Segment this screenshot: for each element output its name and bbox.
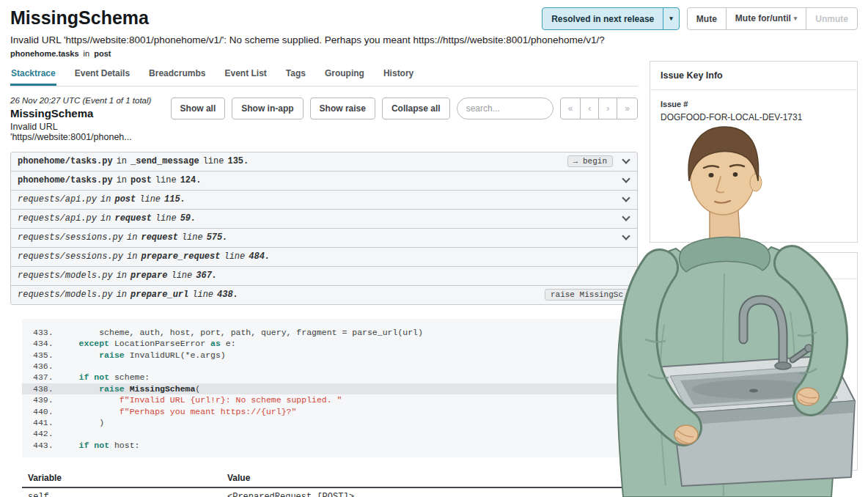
sidebar: Issue Key Info Issue # DOGFOOD-FOR-LOCAL…	[650, 61, 858, 471]
code-line: 443. if not host:	[22, 440, 632, 451]
line-number: 435.	[22, 350, 59, 361]
resolve-dropdown-button[interactable]: ▾	[663, 7, 680, 30]
chevron-down-icon: ▾	[669, 15, 673, 22]
frame-line-label: line	[155, 175, 177, 185]
event-timestamp: 26 Nov 20:27 UTC (Event 1 of 1 total)	[10, 96, 171, 105]
stack-frame[interactable]: requests/models.py in prepare line 367.	[10, 266, 638, 286]
code-token: not	[94, 441, 109, 450]
source-context: 433. scheme, auth, host, port, path, que…	[22, 319, 632, 457]
frame-lineno: 124.	[180, 175, 202, 185]
frame-badge: raise MissingSc	[545, 289, 629, 301]
mute-button-group: Mute Mute for/until▾ Unmute	[687, 7, 858, 30]
code-token: e:	[221, 339, 236, 348]
frame-in-label: in	[127, 251, 137, 262]
frame-function: prepare_url	[130, 290, 188, 300]
line-number: 440.	[22, 406, 59, 417]
tab-event-details[interactable]: Event Details	[74, 62, 130, 86]
resolve-button[interactable]: Resolved in next release	[542, 7, 663, 30]
tab-history[interactable]: History	[383, 62, 414, 86]
variable-name: self	[28, 492, 227, 497]
stack-frame[interactable]: requests/api.py in post line 115.	[10, 190, 638, 210]
tab-grouping[interactable]: Grouping	[324, 62, 365, 86]
code-token: raise	[99, 350, 125, 360]
code-token: f"Perhaps you meant https://{url}?"	[119, 407, 297, 416]
mute-button-label: Mute	[696, 14, 717, 24]
tab-breadcrumbs[interactable]: Breadcrumbs	[148, 62, 206, 86]
code-token	[59, 441, 79, 450]
code-line: 433. scheme, auth, host, port, path, que…	[22, 327, 632, 338]
variable-column-header: Variable	[28, 473, 227, 483]
value-column-header: Value	[227, 473, 250, 483]
show-in-app-button[interactable]: Show in-app	[232, 97, 303, 119]
issue-tabs: Stacktrace Event Details Breadcrumbs Eve…	[10, 61, 638, 86]
event-meta: 26 Nov 20:27 UTC (Event 1 of 1 total) Mi…	[10, 96, 171, 142]
code-token	[59, 372, 79, 382]
resolve-button-label: Resolved in next release	[551, 14, 654, 24]
next-event-button[interactable]: ›	[598, 97, 617, 119]
code-token: as	[210, 339, 221, 348]
line-number: 443.	[22, 440, 59, 451]
issue-number-label: Issue #	[661, 100, 847, 108]
tab-stacktrace[interactable]: Stacktrace	[10, 62, 56, 86]
line-number: 434.	[22, 338, 59, 349]
frame-in-label: in	[127, 232, 137, 243]
stack-frame[interactable]: phonehome/tasks.py in _send_message line…	[10, 152, 638, 172]
prev-event-button[interactable]: ‹	[580, 97, 599, 119]
code-line: 441. )	[22, 417, 632, 428]
show-all-button[interactable]: Show all	[171, 97, 226, 119]
stack-frame[interactable]: requests/models.py in prepare_url line 4…	[10, 285, 638, 305]
line-number: 437.	[22, 372, 59, 383]
frame-filename: phonehome/tasks.py	[18, 175, 113, 185]
code-token	[59, 350, 99, 360]
stack-frame[interactable]: phonehome/tasks.py in post line 124.	[10, 171, 638, 191]
frame-function: post	[114, 194, 136, 205]
frame-function: prepare	[130, 270, 167, 281]
issue-key-info-title: Issue Key Info	[650, 62, 857, 90]
mute-for-button[interactable]: Mute for/until▾	[726, 7, 807, 30]
tab-tags[interactable]: Tags	[285, 62, 306, 86]
issue-page: MissingSchema Invalid URL 'https//websit…	[0, 0, 868, 497]
event-subtitle: Invalid URL 'https//website:8001/phoneh.…	[10, 122, 171, 142]
stack-frame[interactable]: requests/api.py in request line 59.	[10, 209, 638, 229]
show-raise-button[interactable]: Show raise	[310, 97, 375, 119]
event-title: MissingSchema	[10, 107, 171, 119]
code-token: (	[195, 384, 200, 394]
code-token: host:	[109, 441, 139, 450]
chevron-down-icon	[622, 175, 630, 183]
mute-for-label: Mute for/until	[735, 13, 791, 23]
stack-frame[interactable]: requests/sessions.py in request line 575…	[10, 228, 638, 248]
tab-event-list[interactable]: Event List	[224, 62, 267, 86]
frame-lineno: 135.	[227, 156, 249, 166]
code-line: 435. raise InvalidURL(*e.args)	[22, 350, 632, 361]
frame-in-label: in	[100, 213, 111, 224]
last-event-button[interactable]: »	[617, 97, 638, 119]
first-event-button[interactable]: «	[560, 97, 581, 119]
issue-culprit: phonehome.tasks in post	[10, 49, 856, 58]
unmute-button-label: Unmute	[815, 14, 848, 24]
frame-line-label: line	[192, 290, 213, 300]
collapse-all-button[interactable]: Collapse all	[382, 97, 450, 119]
frame-lineno: 438.	[217, 290, 238, 300]
culprit-in-label: in	[84, 49, 90, 58]
stacktrace-frames: phonehome/tasks.py in _send_message line…	[10, 152, 638, 305]
frame-filename: requests/api.py	[18, 194, 97, 205]
code-token: except	[79, 339, 109, 348]
frame-filename: requests/models.py	[18, 270, 113, 281]
search-input[interactable]	[457, 97, 553, 119]
mute-button[interactable]: Mute	[687, 7, 727, 30]
code-token: f"Invalid URL {url!r}: No scheme supplie…	[119, 395, 342, 405]
unmute-button[interactable]: Unmute	[806, 7, 858, 30]
frame-lineno: 575.	[207, 232, 228, 243]
code-line: 442.	[22, 428, 632, 439]
line-number: 438.	[22, 383, 59, 394]
stack-frame[interactable]: requests/sessions.py in prepare_request …	[10, 247, 638, 267]
code-line: 437. if not scheme:	[22, 372, 632, 383]
code-token: if	[79, 441, 89, 450]
code-token: LocationParseError	[109, 339, 210, 348]
variable-row: self <PreparedRequest [POST]>	[22, 488, 632, 497]
double-chevron-left-icon: «	[568, 103, 573, 114]
frame-line-label: line	[155, 213, 177, 224]
code-token	[59, 384, 99, 394]
frame-line-label: line	[139, 194, 161, 205]
culprit-function: post	[94, 49, 111, 58]
